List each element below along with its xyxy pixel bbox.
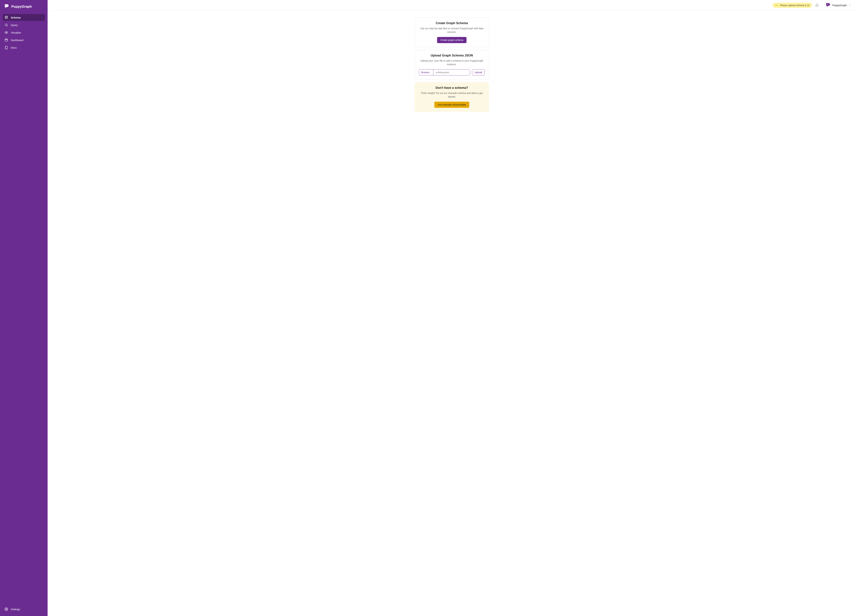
sidebar-item-query[interactable]: Query <box>3 22 45 28</box>
sidebar-item-label: Dashboard <box>11 39 23 41</box>
sidebar-item-settings[interactable]: Settings <box>3 606 45 613</box>
create-schema-card: Create Graph Schema Use our step-by-step… <box>415 17 489 47</box>
loading-dots-icon: ••• <box>775 4 779 7</box>
database-icon <box>5 16 8 19</box>
brand-name: PuppyGraph <box>11 5 32 9</box>
bell-icon <box>815 4 819 7</box>
sidebar: PuppyGraph Schema Query <box>0 0 48 616</box>
upload-schema-card: Upload Graph Schema JSON Upload your .js… <box>415 50 489 79</box>
sidebar-item-dashboard[interactable]: Dashboard <box>3 37 45 43</box>
card-title: Don't have a schema? <box>419 86 485 90</box>
sidebar-item-label: Schema <box>11 16 21 19</box>
dashboard-icon <box>5 38 8 42</box>
sidebar-item-label: Settings <box>11 608 20 611</box>
sidebar-item-label: Query <box>11 24 18 26</box>
gear-icon <box>5 607 8 611</box>
svg-point-2 <box>5 24 7 26</box>
notice-text: Please upload schema 0.10 <box>780 4 810 7</box>
upload-button[interactable]: Upload <box>472 69 485 75</box>
search-icon <box>5 23 8 27</box>
svg-point-0 <box>6 5 6 6</box>
sidebar-item-label: Visualize <box>11 31 21 34</box>
sidebar-item-docs[interactable]: Docs <box>3 44 45 51</box>
user-name: PuppyGraph <box>832 4 847 7</box>
card-desc: Use our step-by-step flow to connect Pup… <box>419 27 485 34</box>
nav: Schema Query Visualize <box>0 12 48 53</box>
sidebar-bottom: Settings <box>0 606 48 616</box>
user-logo-icon <box>825 3 831 8</box>
content: Create Graph Schema Use our step-by-step… <box>48 11 856 616</box>
svg-point-1 <box>5 16 8 17</box>
brand-logo-icon <box>4 4 9 9</box>
card-desc: Upload your .json file to add a schema t… <box>419 59 485 66</box>
sidebar-item-label: Docs <box>11 46 17 49</box>
browse-button[interactable]: Browse... <box>419 69 433 75</box>
sidebar-item-visualize[interactable]: Visualize <box>3 29 45 36</box>
card-title: Upload Graph Schema JSON <box>419 54 485 57</box>
brand: PuppyGraph <box>0 0 48 12</box>
document-icon <box>5 46 8 49</box>
notifications-button[interactable] <box>815 3 819 7</box>
file-name-input[interactable] <box>433 69 470 75</box>
topbar: ••• Please upload schema 0.10 PuppyGraph <box>48 0 856 11</box>
chevron-down-icon <box>848 4 851 7</box>
svg-point-3 <box>6 32 7 33</box>
eye-icon <box>5 31 8 34</box>
file-picker: Browse... <box>419 69 470 75</box>
svg-point-7 <box>6 609 7 610</box>
use-example-button[interactable]: Use example schema/data <box>434 101 469 108</box>
card-title: Create Graph Schema <box>419 22 485 25</box>
create-schema-button[interactable]: Create graph schema <box>437 37 467 43</box>
notice-pill: ••• Please upload schema 0.10 <box>773 3 812 8</box>
sidebar-item-schema[interactable]: Schema <box>3 14 45 21</box>
upload-row: Browse... Upload <box>419 69 485 75</box>
card-desc: That's alright! Try out our example sche… <box>419 91 485 98</box>
example-schema-card: Don't have a schema? That's alright! Try… <box>415 82 489 112</box>
main: ••• Please upload schema 0.10 PuppyGraph <box>48 0 856 616</box>
user-menu[interactable]: PuppyGraph <box>825 3 851 8</box>
svg-point-8 <box>827 4 828 5</box>
